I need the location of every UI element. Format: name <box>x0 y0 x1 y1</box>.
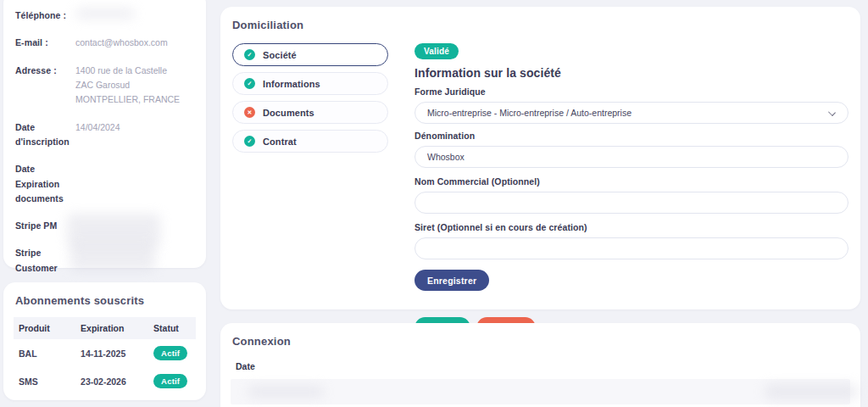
redacted-value <box>67 214 160 248</box>
siret-input[interactable] <box>415 237 849 259</box>
status-badge: Actif <box>153 346 187 360</box>
table-header-row: Produit Expiration Statut <box>14 317 196 339</box>
siret-label: Siret (Optionnel si en cours de création… <box>415 222 849 232</box>
phone-row: Téléphone : <box>15 8 194 23</box>
nom-commercial-input[interactable] <box>415 192 849 214</box>
expiration-cell: 14-11-2025 <box>75 339 148 367</box>
step-documents[interactable]: ✕ Documents <box>232 101 388 124</box>
inscription-date-label: Date d'inscription <box>15 120 75 150</box>
stripe-pm-row: Stripe PM <box>15 219 194 233</box>
x-icon: ✕ <box>244 107 255 118</box>
status-badge: Actif <box>153 374 187 388</box>
redacted-value <box>70 243 155 271</box>
subscriptions-title: Abonnements souscrits <box>15 294 194 307</box>
redacted-value <box>75 8 135 19</box>
validated-status-badge: Validé <box>415 43 459 59</box>
stripe-customer-row: Stripe Customer <box>15 246 194 276</box>
connexion-title: Connexion <box>232 335 849 348</box>
redacted-value <box>765 384 858 399</box>
check-icon: ✓ <box>244 78 255 89</box>
nom-commercial-label: Nom Commercial (Optionnel) <box>415 176 849 187</box>
domiciliation-card: Domiciliation ✓ Société ✓ Informations ✕… <box>220 7 860 309</box>
address-row: Adresse : 1400 rue de la Castelle ZAC Ga… <box>15 64 194 108</box>
email-value: contact@whosbox.com <box>75 36 168 50</box>
documents-expiration-row: Date Expiration documents <box>15 162 194 206</box>
address-label: Adresse : <box>15 64 75 108</box>
steps-nav: ✓ Société ✓ Informations ✕ Documents ✓ C… <box>232 43 388 338</box>
step-informations[interactable]: ✓ Informations <box>232 72 388 95</box>
expiration-cell: 23-02-2026 <box>75 367 148 395</box>
stripe-pm-label: Stripe PM <box>15 219 75 233</box>
table-row: SMS 23-02-2026 Actif <box>14 367 196 395</box>
address-value: 1400 rue de la Castelle ZAC Garosud MONT… <box>75 64 180 108</box>
product-link[interactable]: BAL <box>14 339 75 367</box>
forme-juridique-select[interactable]: Micro-entreprise - Micro-entreprise / Au… <box>415 102 849 124</box>
save-button[interactable]: Enregistrer <box>415 270 489 291</box>
check-icon: ✓ <box>244 136 255 147</box>
expiration-column-header: Expiration <box>75 317 148 339</box>
redacted-value <box>248 386 324 398</box>
status-column-header: Statut <box>148 317 196 339</box>
societe-form: Validé Information sur la société Forme … <box>415 43 849 338</box>
connexion-row <box>231 379 850 404</box>
domiciliation-title: Domiciliation <box>232 19 849 31</box>
denomination-input[interactable] <box>415 146 849 168</box>
phone-label: Téléphone : <box>15 8 75 23</box>
table-row: BAL 14-11-2025 Actif <box>14 339 196 367</box>
date-column-header: Date <box>232 361 849 371</box>
step-contrat[interactable]: ✓ Contrat <box>232 130 388 153</box>
subscriptions-card: Abonnements souscrits Produit Expiration… <box>3 282 206 400</box>
inscription-date-row: Date d'inscription 14/04/2024 <box>15 120 194 150</box>
email-label: E-mail : <box>15 36 75 50</box>
email-row: E-mail : contact@whosbox.com <box>15 36 194 50</box>
product-link[interactable]: SMS <box>14 367 75 395</box>
denomination-label: Dénomination <box>415 131 849 141</box>
inscription-date-value: 14/04/2024 <box>75 120 120 150</box>
forme-juridique-label: Forme Juridique <box>415 86 849 97</box>
step-societe[interactable]: ✓ Société <box>232 43 388 66</box>
check-icon: ✓ <box>244 49 255 60</box>
contact-info-card: Téléphone : E-mail : contact@whosbox.com… <box>3 0 206 268</box>
connexion-card: Connexion Date <box>220 323 860 407</box>
stripe-customer-label: Stripe Customer <box>15 246 75 276</box>
documents-expiration-label: Date Expiration documents <box>15 162 75 206</box>
product-column-header: Produit <box>14 317 75 339</box>
subscriptions-table: Produit Expiration Statut BAL 14-11-2025… <box>14 317 196 395</box>
section-title: Information sur la société <box>415 66 849 80</box>
